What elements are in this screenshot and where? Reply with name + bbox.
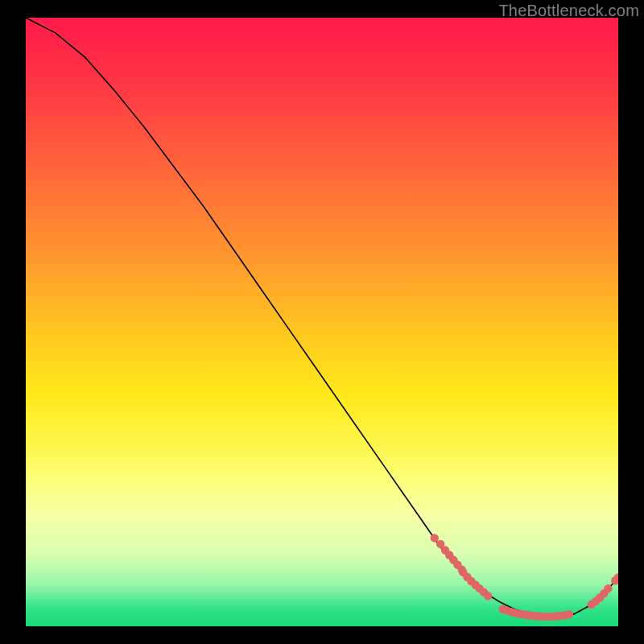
plot-area [26, 18, 618, 626]
chart-frame: TheBottleneck.com [0, 0, 644, 644]
heat-gradient-background [26, 18, 618, 626]
